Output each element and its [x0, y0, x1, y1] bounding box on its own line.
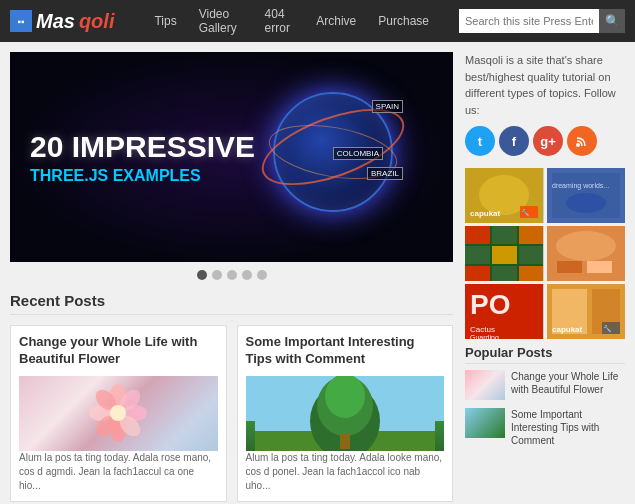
googleplus-icon[interactable]: g+ [533, 126, 563, 156]
globe-visual: SPAIN COLOMBIA BRAZIL [253, 62, 413, 242]
thumb-5[interactable]: PO Cactus Guarding... [465, 284, 544, 339]
map-label-colombia: COLOMBIA [333, 147, 383, 160]
svg-point-25 [566, 193, 606, 213]
popular-2-title[interactable]: Some Important Interesting Tips with Com… [511, 408, 625, 447]
slider-text: 20 IMPRESSIVE THREE.JS EXAMPLES [30, 130, 255, 185]
svg-rect-15 [340, 434, 350, 449]
slider-dot-5[interactable] [257, 270, 267, 280]
facebook-icon[interactable]: f [499, 126, 529, 156]
svg-rect-39 [587, 261, 612, 273]
search-area: 🔍 [459, 9, 625, 33]
post-2-image [246, 376, 445, 451]
sidebar: Masqoli is a site that's share best/high… [465, 52, 625, 502]
svg-rect-28 [492, 226, 517, 244]
tree-svg [255, 376, 435, 451]
thumb-1[interactable]: capukat 🔧 [465, 168, 544, 223]
nav-purchase[interactable]: Purchase [368, 10, 439, 32]
popular-1-thumb [465, 370, 505, 400]
popular-item-1: Change your Whole Life with Beautiful Fl… [465, 370, 625, 400]
svg-rect-32 [519, 246, 543, 264]
nav-404[interactable]: 404 error [255, 3, 305, 39]
popular-posts-title: Popular Posts [465, 345, 625, 364]
thumb-6[interactable]: capukat 🔧 [547, 284, 626, 339]
rss-svg [575, 134, 589, 148]
svg-rect-38 [557, 261, 582, 273]
slider-title-line1: 20 IMPRESSIVE [30, 130, 255, 163]
popular-1-title[interactable]: Change your Whole Life with Beautiful Fl… [511, 370, 625, 396]
flower-svg [78, 378, 158, 448]
main-layout: 20 IMPRESSIVE THREE.JS EXAMPLES SPAIN CO… [0, 42, 635, 504]
social-icons: t f g+ [465, 126, 625, 156]
post-1-image [19, 376, 218, 451]
thumb-6-img: capukat 🔧 [547, 284, 625, 339]
post-card-1: Change your Whole Life with Beautiful Fl… [10, 325, 227, 502]
logo-text-1: Mas [36, 10, 75, 33]
svg-rect-34 [492, 266, 517, 281]
logo-icon: ▪▪ [10, 10, 32, 32]
rss-icon[interactable] [567, 126, 597, 156]
slider-dot-4[interactable] [242, 270, 252, 280]
svg-rect-31 [492, 246, 517, 264]
logo[interactable]: ▪▪ Masqoli [10, 10, 114, 33]
slider-title-line2: THREE.JS EXAMPLES [30, 167, 255, 185]
svg-point-9 [110, 405, 126, 421]
thumb-2[interactable]: dreaming worlds... [547, 168, 626, 223]
thumb-5-img: PO Cactus Guarding... [465, 284, 543, 339]
svg-point-14 [325, 376, 365, 418]
nav-archive[interactable]: Archive [306, 10, 366, 32]
svg-text:🔧: 🔧 [603, 324, 612, 333]
logo-text-2: qoli [79, 10, 115, 33]
recent-posts-header: Recent Posts [10, 292, 453, 315]
svg-point-37 [556, 231, 616, 261]
svg-rect-29 [519, 226, 543, 244]
svg-text:dreaming worlds...: dreaming worlds... [552, 182, 609, 190]
svg-text:🔧: 🔧 [521, 208, 530, 217]
map-label-brazil: BRAZIL [367, 167, 403, 180]
thumbnail-grid: capukat 🔧 dreaming worlds... [465, 168, 625, 339]
header: ▪▪ Masqoli Tips Video Gallery 404 error … [0, 0, 635, 42]
search-input[interactable] [459, 9, 599, 33]
svg-rect-27 [465, 226, 490, 244]
post-card-2: Some Important Interesting Tips with Com… [237, 325, 454, 502]
svg-text:Guarding...: Guarding... [470, 334, 505, 339]
sidebar-about: Masqoli is a site that's share best/high… [465, 52, 625, 156]
twitter-icon[interactable]: t [465, 126, 495, 156]
nav-tips[interactable]: Tips [144, 10, 186, 32]
svg-point-16 [576, 143, 580, 147]
thumb-4[interactable] [547, 226, 626, 281]
svg-text:capukat: capukat [552, 325, 583, 334]
svg-text:capukat: capukat [470, 209, 501, 218]
main-nav: Tips Video Gallery 404 error Archive Pur… [144, 3, 439, 39]
thumb-2-img: dreaming worlds... [547, 168, 625, 223]
post-2-excerpt: Alum la pos ta ting today. Adala looke m… [246, 451, 445, 493]
sidebar-popular: Popular Posts Change your Whole Life wit… [465, 345, 625, 447]
svg-rect-33 [465, 266, 490, 281]
sidebar-description: Masqoli is a site that's share best/high… [465, 52, 625, 118]
posts-grid: Change your Whole Life with Beautiful Fl… [10, 325, 453, 502]
svg-text:PO: PO [470, 289, 510, 320]
svg-text:Cactus: Cactus [470, 325, 495, 334]
post-1-excerpt: Alum la pos ta ting today. Adala rose ma… [19, 451, 218, 493]
slider-dot-1[interactable] [197, 270, 207, 280]
content-area: 20 IMPRESSIVE THREE.JS EXAMPLES SPAIN CO… [10, 52, 453, 502]
popular-item-2: Some Important Interesting Tips with Com… [465, 408, 625, 447]
nav-video-gallery[interactable]: Video Gallery [189, 3, 253, 39]
post-1-title[interactable]: Change your Whole Life with Beautiful Fl… [19, 334, 218, 368]
slider-dots [10, 270, 453, 280]
svg-rect-30 [465, 246, 490, 264]
hero-slider[interactable]: 20 IMPRESSIVE THREE.JS EXAMPLES SPAIN CO… [10, 52, 453, 262]
post-2-title[interactable]: Some Important Interesting Tips with Com… [246, 334, 445, 368]
thumb-1-img: capukat 🔧 [465, 168, 543, 223]
thumb-3[interactable] [465, 226, 544, 281]
slider-dot-3[interactable] [227, 270, 237, 280]
recent-posts-title: Recent Posts [10, 292, 453, 315]
popular-2-thumb [465, 408, 505, 438]
search-button[interactable]: 🔍 [599, 9, 625, 33]
thumb-3-img [465, 226, 543, 281]
map-label-spain: SPAIN [372, 100, 403, 113]
thumb-4-img [547, 226, 625, 281]
slider-background: 20 IMPRESSIVE THREE.JS EXAMPLES SPAIN CO… [10, 52, 453, 262]
slider-dot-2[interactable] [212, 270, 222, 280]
svg-rect-35 [519, 266, 543, 281]
